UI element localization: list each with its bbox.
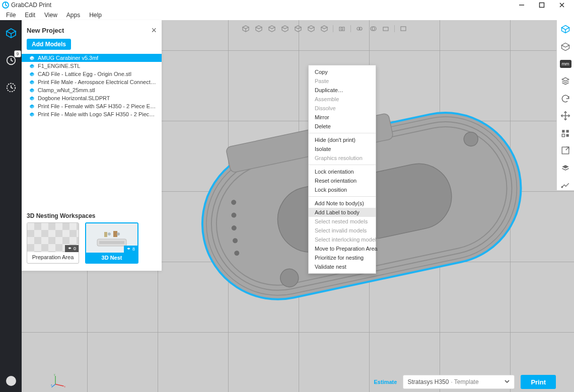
view-toolbar: [238, 22, 411, 35]
view-overlay-icon[interactable]: [381, 24, 390, 33]
view-shade-icon[interactable]: [368, 24, 377, 33]
workspace-row: 0Preparation Area83D Nest: [22, 222, 162, 271]
context-item[interactable]: Lock position: [309, 185, 376, 194]
view-extra-icon[interactable]: [399, 24, 408, 33]
slice-tool-icon[interactable]: [560, 180, 571, 190]
app-title: GrabCAD Print: [11, 2, 51, 9]
context-item[interactable]: Mirror: [309, 113, 376, 122]
context-item: Select nested models: [309, 217, 376, 226]
units-mm-icon[interactable]: mm: [560, 59, 571, 69]
context-item[interactable]: Validate nest: [309, 262, 376, 271]
history-icon[interactable]: 9: [4, 53, 18, 67]
maximize-button[interactable]: [532, 0, 552, 10]
file-label: Print File - Female with SAF H350 - 2 Pi…: [38, 103, 157, 109]
file-row[interactable]: CAD File - Lattice Egg - Origin One.stl: [22, 70, 162, 78]
svg-marker-28: [308, 26, 314, 29]
svg-marker-46: [562, 43, 569, 47]
context-item[interactable]: Add Label to body: [309, 208, 376, 217]
panel-close-icon[interactable]: ×: [151, 25, 157, 36]
project-icon[interactable]: [4, 26, 18, 40]
move-tool-icon[interactable]: [560, 111, 571, 121]
context-item[interactable]: Prioritize for nesting: [309, 253, 376, 262]
view-right-icon[interactable]: [294, 24, 303, 33]
file-row[interactable]: Clamp_wNut_25mm.stl: [22, 86, 162, 94]
file-row[interactable]: Dogbone Horizontal.SLDPRT: [22, 94, 162, 102]
fit-tool-icon[interactable]: [560, 145, 571, 155]
svg-rect-50: [566, 130, 569, 132]
svg-point-19: [232, 238, 238, 244]
tool-cube-icon[interactable]: [560, 41, 571, 51]
menu-apps[interactable]: Apps: [62, 11, 84, 20]
context-item[interactable]: Lock orientation: [309, 167, 376, 176]
context-item: Assemble: [309, 95, 376, 104]
menu-edit[interactable]: Edit: [21, 11, 39, 20]
rotate-tool-icon[interactable]: [560, 94, 571, 104]
menu-help[interactable]: Help: [85, 11, 106, 20]
printer-name: Stratasys H350: [407, 378, 449, 385]
svg-marker-26: [282, 26, 288, 29]
bottom-bar: Estimate Stratasys H350 · Template Print: [22, 372, 574, 392]
file-row[interactable]: Print File - Female with SAF H350 - 2 Pi…: [22, 102, 162, 110]
context-item[interactable]: Add Note to body(s): [309, 199, 376, 208]
file-row[interactable]: AMUG Carabiner v5.3mf: [22, 54, 162, 62]
print-button[interactable]: Print: [521, 375, 556, 389]
svg-point-15: [278, 267, 300, 289]
view-iso-icon[interactable]: [241, 24, 250, 33]
view-select-icon[interactable]: [355, 24, 364, 33]
svg-point-55: [561, 186, 562, 187]
minimize-button[interactable]: [512, 0, 532, 10]
file-row[interactable]: F1_ENGINE.STL: [22, 62, 162, 70]
view-back-icon[interactable]: [267, 24, 276, 33]
view-front-icon[interactable]: [254, 24, 263, 33]
workspaces-heading: 3D Nesting Workspaces: [22, 207, 162, 222]
svg-point-16: [231, 199, 237, 205]
svg-rect-37: [401, 27, 406, 31]
view-bottom-icon[interactable]: [320, 24, 329, 33]
context-item[interactable]: Delete: [309, 122, 376, 131]
svg-rect-82: [99, 241, 124, 244]
file-row[interactable]: Print File Male - Aerospace Electrical C…: [22, 78, 162, 86]
file-label: Print File Male - Aerospace Electrical C…: [38, 79, 157, 85]
svg-rect-52: [562, 134, 564, 136]
tray-tool-icon[interactable]: [560, 163, 571, 173]
close-button[interactable]: [552, 0, 572, 10]
context-item[interactable]: Reset orientation: [309, 176, 376, 185]
svg-marker-22: [243, 26, 249, 29]
view-left-icon[interactable]: [280, 24, 290, 33]
context-separator: [309, 133, 376, 133]
context-item[interactable]: Duplicate…: [309, 86, 376, 95]
context-item: Select invalid models: [309, 226, 376, 235]
svg-rect-51: [566, 134, 569, 136]
svg-point-31: [341, 28, 343, 30]
cube-icon: [29, 71, 35, 77]
nest-tool-icon[interactable]: [560, 76, 571, 86]
menu-file[interactable]: File: [2, 11, 20, 20]
context-item[interactable]: Hide (don't print): [309, 135, 376, 144]
svg-rect-49: [562, 130, 564, 132]
svg-point-18: [231, 225, 237, 231]
workspace-card[interactable]: 83D Nest: [85, 222, 138, 264]
workspace-card[interactable]: 0Preparation Area: [27, 222, 79, 264]
arrange-tool-icon[interactable]: [560, 128, 571, 138]
chevron-down-icon: [504, 378, 510, 386]
context-item[interactable]: Copy: [309, 67, 376, 76]
view-top-icon[interactable]: [307, 24, 316, 33]
model-tool-icon[interactable]: [560, 24, 571, 34]
view-render-icon[interactable]: [337, 24, 346, 33]
menu-bar: File Edit View Apps Help: [0, 10, 574, 20]
svg-marker-80: [68, 247, 71, 249]
estimate-link[interactable]: Estimate: [374, 379, 397, 385]
file-row[interactable]: Print File - Male with Logo SAF H350 - 2…: [22, 110, 162, 118]
workspace-count: 8: [124, 246, 137, 253]
user-avatar-icon[interactable]: [6, 376, 16, 386]
context-item: Paste: [309, 76, 376, 86]
svg-rect-83: [113, 231, 117, 237]
printer-select[interactable]: Stratasys H350 · Template: [403, 375, 515, 389]
recent-icon[interactable]: [4, 81, 18, 95]
context-item[interactable]: Isolate: [309, 144, 376, 153]
title-bar: GrabCAD Print: [0, 0, 574, 10]
context-item[interactable]: Move to Preparation Area: [309, 244, 376, 253]
menu-view[interactable]: View: [40, 11, 61, 20]
svg-point-14: [463, 131, 479, 147]
add-models-button[interactable]: Add Models: [27, 39, 71, 50]
